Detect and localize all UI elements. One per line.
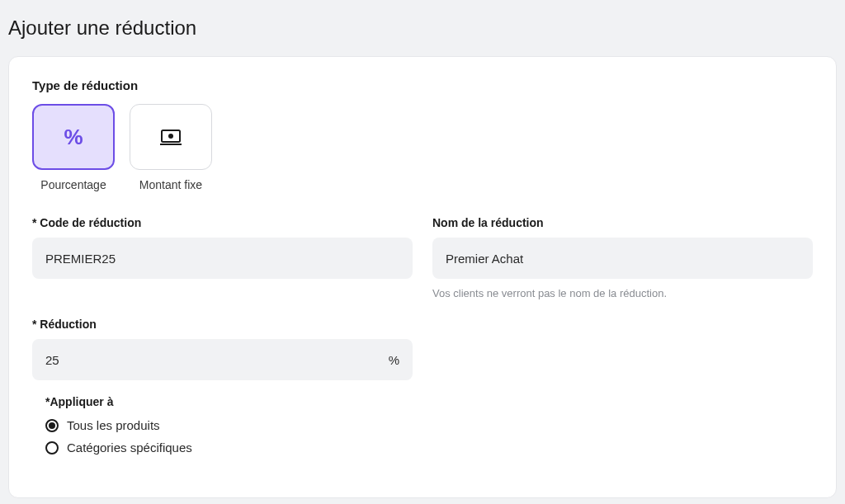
form-row-reduction: * Réduction % *Appliquer à Tous les prod… bbox=[32, 318, 813, 455]
discount-form-card: Type de réduction % Pourcentage Montant … bbox=[8, 56, 837, 498]
name-hint: Vos clients ne verront pas le nom de la … bbox=[432, 287, 813, 299]
apply-option-all[interactable]: Tous les produits bbox=[45, 418, 413, 432]
apply-section: *Appliquer à Tous les produits Catégorie… bbox=[32, 395, 413, 455]
apply-radio-group: Tous les produits Catégories spécifiques bbox=[45, 418, 413, 455]
radio-icon bbox=[45, 419, 59, 432]
code-label: * Code de réduction bbox=[32, 216, 413, 229]
reduction-input[interactable] bbox=[32, 339, 413, 380]
reduction-label: * Réduction bbox=[32, 318, 413, 331]
money-icon bbox=[159, 128, 182, 146]
svg-point-1 bbox=[168, 134, 173, 139]
apply-option-categories-label: Catégories spécifiques bbox=[67, 440, 192, 455]
apply-label: *Appliquer à bbox=[45, 395, 413, 408]
form-row-code-name: * Code de réduction Nom de la réduction … bbox=[32, 216, 813, 299]
name-label: Nom de la réduction bbox=[432, 216, 813, 229]
page-title: Ajouter une réduction bbox=[0, 0, 845, 56]
code-field-group: * Code de réduction bbox=[32, 216, 413, 299]
type-label-percentage: Pourcentage bbox=[40, 178, 106, 191]
name-field-group: Nom de la réduction Vos clients ne verro… bbox=[432, 216, 813, 299]
spacer-col bbox=[432, 318, 813, 455]
apply-option-categories[interactable]: Catégories spécifiques bbox=[45, 440, 413, 455]
radio-icon bbox=[45, 441, 59, 455]
reduction-input-wrap: % bbox=[32, 339, 413, 380]
code-input[interactable] bbox=[32, 238, 413, 279]
type-box-fixed[interactable] bbox=[130, 104, 212, 170]
reduction-field-group: * Réduction % *Appliquer à Tous les prod… bbox=[32, 318, 413, 455]
discount-type-row: % Pourcentage Montant fixe bbox=[32, 104, 813, 191]
type-option-fixed: Montant fixe bbox=[130, 104, 212, 191]
type-label-fixed: Montant fixe bbox=[139, 178, 202, 191]
type-box-percentage[interactable]: % bbox=[32, 104, 115, 170]
name-input[interactable] bbox=[432, 238, 813, 279]
apply-option-all-label: Tous les produits bbox=[67, 418, 160, 432]
percent-icon: % bbox=[64, 125, 83, 150]
type-section-label: Type de réduction bbox=[32, 78, 813, 92]
type-option-percentage: % Pourcentage bbox=[32, 104, 115, 191]
